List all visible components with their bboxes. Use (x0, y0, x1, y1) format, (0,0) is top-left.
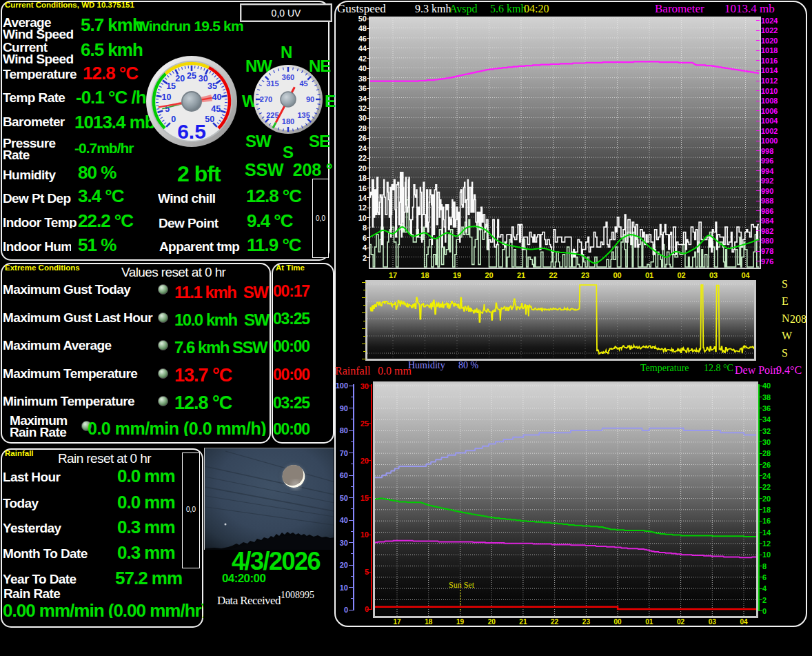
svg-text:35: 35 (207, 81, 217, 91)
svg-text:315: 315 (266, 79, 278, 88)
svg-text:6.5: 6.5 (177, 120, 206, 143)
svg-text:270: 270 (260, 95, 272, 103)
svg-text:225: 225 (266, 111, 278, 119)
svg-text:40: 40 (212, 92, 222, 102)
svg-text:30: 30 (199, 74, 208, 83)
svg-text:45: 45 (299, 79, 307, 88)
svg-text:10: 10 (162, 92, 172, 102)
svg-text:135: 135 (297, 111, 309, 119)
svg-text:360: 360 (282, 73, 294, 81)
svg-text:45: 45 (211, 104, 221, 114)
svg-text:15: 15 (166, 81, 176, 91)
svg-text:0: 0 (171, 115, 176, 124)
svg-text:90: 90 (306, 95, 314, 103)
svg-text:50: 50 (205, 115, 214, 124)
svg-text:25: 25 (187, 71, 196, 81)
svg-text:180: 180 (282, 117, 294, 126)
svg-text:20: 20 (175, 74, 185, 83)
svg-text:Sun Set: Sun Set (449, 580, 475, 590)
